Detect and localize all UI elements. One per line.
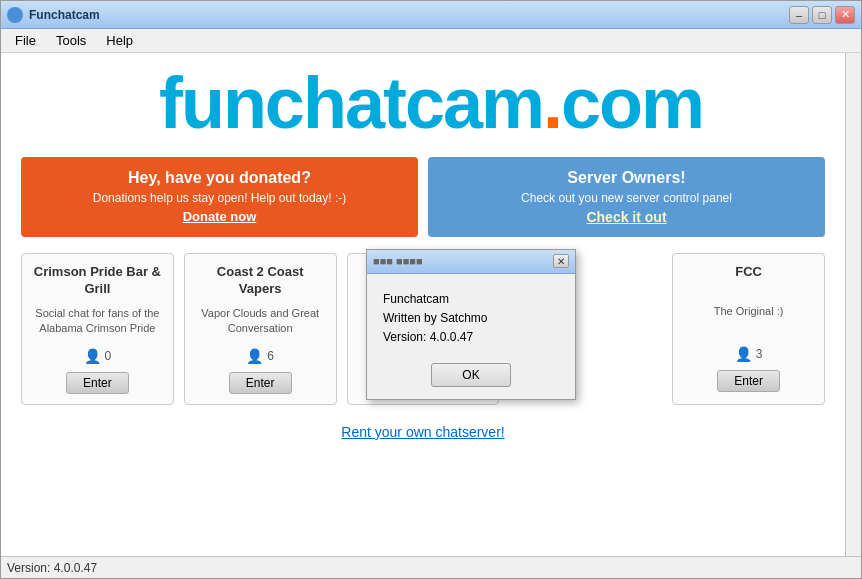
donate-now-link[interactable]: Donate now	[37, 209, 402, 224]
logo-text-before: funchatcam	[159, 63, 543, 143]
modal-title: ■■■ ■■■■	[373, 255, 553, 267]
card-title-1: Coast 2 Coast Vapers	[195, 264, 326, 298]
bottom-link-area: Rent your own chatserver!	[1, 413, 845, 451]
logo: funchatcam.com	[21, 67, 841, 139]
server-owners-banner: Server Owners! Check out you new server …	[428, 157, 825, 237]
banner-row: Hey, have you donated? Donations help us…	[1, 149, 845, 245]
check-it-out-link[interactable]: Check it out	[444, 209, 809, 225]
donate-banner-body: Donations help us stay open! Help out to…	[37, 191, 402, 205]
card-coast2coast: Coast 2 Coast Vapers Vapor Clouds and Gr…	[184, 253, 337, 405]
card-desc-3: The Original :)	[683, 304, 814, 340]
statusbar: Version: 4.0.0.47	[1, 556, 861, 578]
scrollbar[interactable]	[845, 53, 861, 556]
logo-text-after: com	[561, 63, 703, 143]
window-title: Funchatcam	[29, 8, 789, 22]
titlebar-buttons: – □ ✕	[789, 6, 855, 24]
modal-line1: Funchatcam	[383, 290, 559, 309]
main-content: funchatcam.com Hey, have you donated? Do…	[1, 53, 861, 556]
menu-tools[interactable]: Tools	[46, 31, 96, 50]
donate-banner-title: Hey, have you donated?	[37, 169, 402, 187]
app-window: Funchatcam – □ ✕ File Tools Help funchat…	[0, 0, 862, 579]
status-text: Version: 4.0.0.47	[7, 561, 97, 575]
menu-help[interactable]: Help	[96, 31, 143, 50]
modal-body: Funchatcam Written by Satchmo Version: 4…	[367, 274, 575, 358]
user-icon-1: 👤	[246, 348, 263, 364]
app-icon	[7, 7, 23, 23]
titlebar: Funchatcam – □ ✕	[1, 1, 861, 29]
enter-button-3[interactable]: Enter	[717, 370, 780, 392]
modal-footer: OK	[367, 357, 575, 399]
rent-chatserver-link[interactable]: Rent your own chatserver!	[341, 424, 504, 440]
user-count-0: 0	[105, 349, 112, 363]
card-users-0: 👤 0	[32, 348, 163, 364]
card-users-1: 👤 6	[195, 348, 326, 364]
card-desc-0: Social chat for fans of the Alabama Crim…	[32, 306, 163, 342]
minimize-button[interactable]: –	[789, 6, 809, 24]
user-icon-0: 👤	[84, 348, 101, 364]
user-count-3: 3	[756, 347, 763, 361]
logo-dot: .	[543, 63, 561, 143]
menubar: File Tools Help	[1, 29, 861, 53]
card-desc-1: Vapor Clouds and Great Conversation	[195, 306, 326, 342]
card-title-3: FCC	[683, 264, 814, 296]
modal-titlebar: ■■■ ■■■■ ✕	[367, 250, 575, 274]
user-icon-3: 👤	[735, 346, 752, 362]
modal-close-button[interactable]: ✕	[553, 254, 569, 268]
donate-banner: Hey, have you donated? Donations help us…	[21, 157, 418, 237]
card-title-0: Crimson Pride Bar & Grill	[32, 264, 163, 298]
server-owners-body: Check out you new server control panel	[444, 191, 809, 205]
about-dialog: ■■■ ■■■■ ✕ Funchatcam Written by Satchmo…	[366, 249, 576, 401]
close-button[interactable]: ✕	[835, 6, 855, 24]
modal-line2: Written by Satchmo	[383, 309, 559, 328]
modal-line3: Version: 4.0.0.47	[383, 328, 559, 347]
user-count-1: 6	[267, 349, 274, 363]
card-crimson-pride: Crimson Pride Bar & Grill Social chat fo…	[21, 253, 174, 405]
logo-area: funchatcam.com	[1, 53, 861, 149]
enter-button-0[interactable]: Enter	[66, 372, 129, 394]
server-owners-title: Server Owners!	[444, 169, 809, 187]
enter-button-1[interactable]: Enter	[229, 372, 292, 394]
card-users-3: 👤 3	[683, 346, 814, 362]
card-fcc: FCC The Original :) 👤 3 Enter	[672, 253, 825, 405]
ok-button[interactable]: OK	[431, 363, 510, 387]
maximize-button[interactable]: □	[812, 6, 832, 24]
menu-file[interactable]: File	[5, 31, 46, 50]
